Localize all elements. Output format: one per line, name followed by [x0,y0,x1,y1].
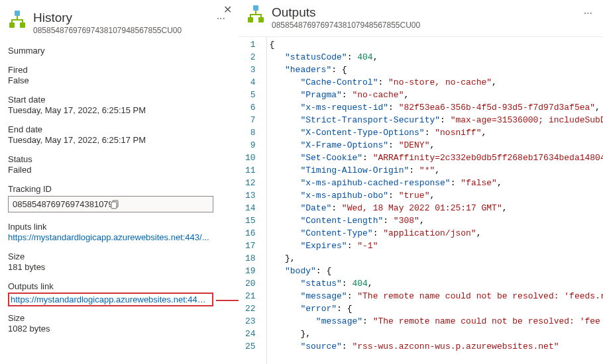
inputs-size-value: 181 bytes [8,262,228,272]
svg-rect-4 [111,202,117,208]
status-value: Failed [8,165,228,175]
history-panel: ✕ History 08585487697697438107948567855C… [0,0,239,364]
arrow-icon [216,295,239,306]
svg-rect-8 [248,17,253,23]
outputs-panel: Outputs 08585487697697438107948567855CU0… [239,0,603,364]
fired-label: Fired [8,65,228,75]
outputs-size-label: Size [8,313,228,323]
history-header: History 08585487697697438107948567855CU0… [8,5,228,42]
outputs-header: Outputs 08585487697697438107948567855CU0… [239,0,603,36]
inputs-link-label: Inputs link [8,222,228,232]
svg-rect-1 [9,23,15,28]
svg-rect-0 [15,11,20,16]
logic-app-icon [247,5,265,26]
svg-rect-2 [20,23,25,28]
tracking-id-field[interactable]: 08585487697697438107948567855CU00 [8,196,213,212]
outputs-link-label: Outputs link [8,281,228,291]
copy-icon[interactable] [111,200,209,209]
history-title: History [33,11,207,25]
outputs-link-highlight: https://mystandardlogicapp.azurewebsites… [8,293,213,306]
end-date-label: End date [8,124,228,134]
json-editor[interactable]: 1234567891011121314151617181920212223242… [239,36,603,364]
inputs-link[interactable]: https://mystandardlogicapp.azurewebsites… [8,232,228,242]
history-run-id: 08585487697697438107948567855CU00 [33,26,207,35]
outputs-link[interactable]: https://mystandardlogicapp.azurewebsites… [11,295,211,304]
outputs-run-id: 08585487697697438107948567855CU00 [272,21,575,30]
end-date-value: Tuesday, May 17, 2022, 6:25:17 PM [8,135,228,145]
outputs-title: Outputs [272,5,575,20]
status-label: Status [8,154,228,164]
outputs-size-value: 1082 bytes [8,324,228,334]
line-gutter: 1234567891011121314151617181920212223242… [239,37,267,364]
logic-app-icon [8,11,27,31]
more-icon[interactable]: ··· [581,7,595,20]
svg-rect-7 [253,5,258,11]
start-date-value: Tuesday, May 17, 2022, 6:25:15 PM [8,105,228,115]
code-area[interactable]: { "statusCode": 404, "headers": { "Cache… [267,37,603,364]
start-date-label: Start date [8,95,228,105]
fired-value: False [8,75,228,85]
svg-rect-9 [258,17,264,23]
tracking-id-label: Tracking ID [8,184,228,194]
inputs-size-label: Size [8,251,228,261]
close-icon[interactable]: ✕ [223,4,232,16]
tracking-id-value: 08585487697697438107948567855CU00 [13,199,111,209]
summary-label: Summary [8,46,228,56]
